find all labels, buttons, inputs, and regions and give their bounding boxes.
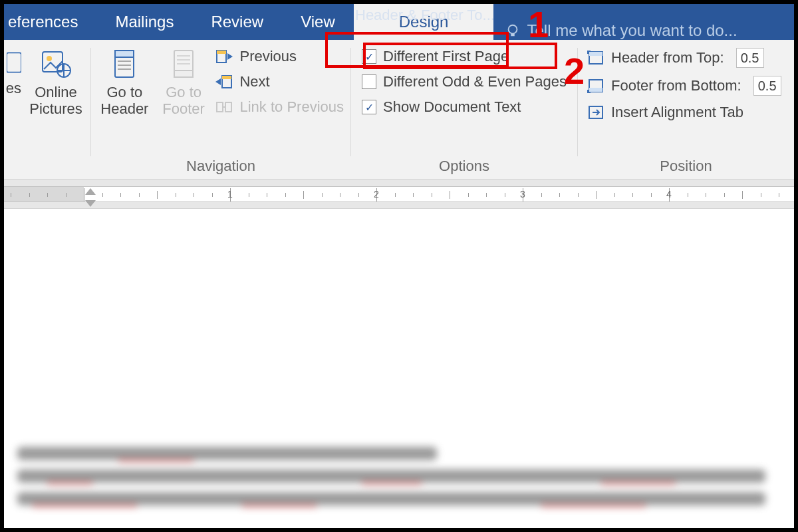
svg-point-4 — [47, 56, 52, 61]
tell-me-placeholder: Tell me what you want to do... — [527, 21, 737, 40]
pictures-icon — [7, 48, 21, 80]
blurred-document-content — [4, 438, 794, 515]
title-bar: Header & Footer To... eferences Mailings… — [4, 4, 794, 40]
goto-header-icon — [108, 48, 140, 80]
tell-me-search[interactable]: Tell me what you want to do... — [493, 21, 737, 40]
checkbox-icon: ✓ — [362, 100, 376, 114]
previous-button[interactable]: Previous — [215, 48, 344, 65]
next-button[interactable]: Next — [215, 73, 344, 90]
next-icon — [215, 74, 233, 89]
svg-rect-20 — [217, 102, 223, 112]
svg-rect-21 — [225, 102, 231, 112]
header-from-top-icon — [587, 51, 604, 65]
different-odd-even-checkbox[interactable]: Different Odd & Even Pages — [362, 73, 567, 90]
hanging-indent-marker[interactable] — [85, 200, 96, 207]
footer-from-bottom-control[interactable]: Footer from Bottom: 0.5 — [587, 76, 781, 96]
svg-rect-17 — [217, 51, 226, 54]
ribbon: es Online Pictures — [4, 40, 794, 180]
position-group-label: Position — [582, 155, 790, 179]
horizontal-ruler[interactable]: 12345 — [4, 180, 794, 209]
checkbox-icon: ✓ — [362, 49, 376, 64]
different-first-page-checkbox[interactable]: ✓ Different First Page — [362, 48, 567, 65]
goto-footer-icon — [168, 48, 200, 80]
app-window: Header & Footer To... eferences Mailings… — [3, 3, 795, 529]
navigation-group-label: Navigation — [95, 155, 346, 179]
go-to-header-button[interactable]: Go to Header — [95, 44, 154, 118]
online-pictures-icon — [40, 48, 72, 80]
svg-rect-2 — [7, 53, 21, 72]
link-to-previous-button: Link to Previous — [215, 98, 344, 116]
options-group-label: Options — [355, 155, 573, 179]
svg-rect-1 — [511, 34, 515, 37]
first-line-indent-marker[interactable] — [85, 188, 96, 195]
insert-alignment-tab-button[interactable]: Insert Alignment Tab — [587, 104, 781, 121]
go-to-footer-button: Go to Footer — [154, 44, 213, 118]
previous-icon — [215, 49, 233, 64]
header-from-top-value[interactable]: 0.5 — [736, 48, 764, 68]
online-pictures-button[interactable]: Online Pictures — [25, 44, 86, 118]
svg-rect-24 — [589, 52, 602, 56]
svg-rect-19 — [222, 76, 231, 79]
checkbox-icon — [362, 74, 376, 89]
show-document-text-checkbox[interactable]: ✓ Show Document Text — [362, 98, 567, 116]
header-from-top-control[interactable]: Header from Top: 0.5 — [587, 48, 781, 68]
footer-from-bottom-icon — [587, 78, 604, 93]
contextual-tab-title: Header & Footer To... — [355, 7, 495, 24]
svg-point-0 — [509, 25, 517, 34]
tab-view[interactable]: View — [282, 4, 354, 40]
lightbulb-icon — [505, 23, 520, 38]
svg-rect-3 — [43, 52, 63, 72]
svg-rect-26 — [589, 88, 602, 92]
svg-rect-12 — [174, 70, 193, 77]
tab-mailings[interactable]: Mailings — [96, 4, 192, 40]
tab-references[interactable]: eferences — [4, 4, 96, 40]
document-area[interactable] — [4, 209, 794, 528]
link-to-previous-icon — [215, 100, 233, 114]
footer-from-bottom-value[interactable]: 0.5 — [753, 76, 781, 96]
svg-rect-7 — [115, 51, 134, 57]
tab-review[interactable]: Review — [192, 4, 282, 40]
insert-alignment-tab-icon — [587, 105, 604, 120]
pictures-button-partial[interactable]: es — [4, 44, 21, 179]
